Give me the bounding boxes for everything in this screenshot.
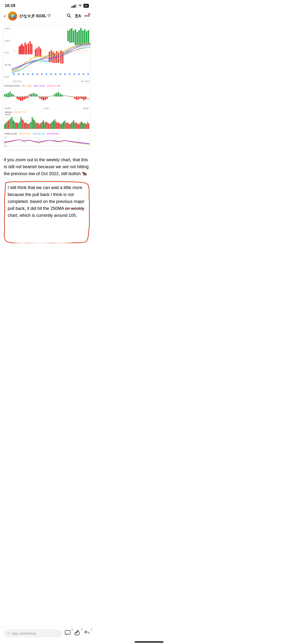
price-chart[interactable]: 191.6 132.0 72.5 36.750 12.9 — [3, 26, 90, 83]
svg-text:30: 30 — [5, 145, 7, 147]
search-icon[interactable] — [66, 13, 71, 19]
svg-point-18 — [83, 73, 84, 75]
svg-point-9 — [41, 73, 43, 75]
svg-point-17 — [78, 73, 80, 75]
battery-icon: 63 — [83, 4, 89, 8]
svg-point-16 — [74, 73, 75, 75]
svg-rect-155 — [88, 124, 89, 129]
svg-rect-154 — [87, 122, 88, 129]
svg-rect-131 — [58, 122, 59, 129]
svg-point-5 — [23, 73, 24, 75]
svg-point-12 — [55, 73, 56, 75]
svg-rect-105 — [26, 122, 26, 129]
svg-rect-82 — [76, 96, 77, 100]
svg-rect-126 — [52, 122, 53, 129]
svg-point-4 — [18, 73, 20, 75]
svg-rect-117 — [41, 123, 42, 129]
date-label-end: Jan 2024 — [81, 80, 89, 82]
content-area: if you zoom out to the weekly chart, tha… — [0, 152, 94, 225]
rsi3-label: RSI3:43.832 — [47, 132, 59, 135]
svg-rect-150 — [82, 122, 83, 129]
svg-rect-63 — [24, 96, 25, 100]
svg-text:70: 70 — [5, 136, 7, 138]
svg-rect-62 — [22, 96, 23, 100]
svg-point-8 — [37, 73, 38, 75]
svg-rect-55 — [8, 93, 9, 97]
svg-rect-95 — [13, 120, 14, 129]
volume-chart-svg — [4, 116, 89, 129]
wifi-icon — [78, 4, 82, 8]
macd-header: MACD(12,26,9) DIF:-7.651 DEA:-4.547 MACD… — [4, 84, 89, 87]
svg-rect-76 — [54, 94, 55, 96]
macd-title: MACD(12,26,9) — [5, 84, 20, 87]
dea-label: DEA:-4.547 — [34, 84, 45, 87]
back-button[interactable]: ‹ — [4, 13, 6, 19]
main-post-text: if you zoom out to the weekly chart, tha… — [4, 156, 90, 177]
svg-rect-27 — [80, 28, 82, 45]
price-labels: 191.6 132.0 72.5 36.750 12.9 — [5, 26, 11, 83]
svg-rect-135 — [63, 122, 64, 129]
svg-rect-77 — [56, 93, 57, 96]
svg-point-7 — [32, 73, 33, 75]
svg-rect-56 — [9, 92, 11, 97]
svg-rect-99 — [18, 124, 19, 129]
svg-rect-121 — [46, 122, 47, 129]
svg-rect-108 — [29, 123, 30, 129]
svg-rect-33 — [20, 45, 21, 54]
svg-rect-129 — [56, 122, 57, 129]
svg-point-14 — [64, 73, 66, 75]
rsi-title: RSI(6,12,24) — [5, 132, 17, 135]
svg-rect-22 — [71, 28, 72, 43]
price-label-1: 191.6 — [5, 27, 11, 30]
svg-rect-40 — [31, 44, 32, 54]
svg-rect-153 — [86, 124, 87, 129]
svg-rect-127 — [53, 120, 54, 129]
svg-rect-23 — [73, 31, 74, 43]
svg-rect-88 — [4, 124, 5, 129]
macd-label: MACD:-6.208 — [47, 84, 60, 87]
svg-point-3 — [14, 73, 15, 75]
more-icon[interactable]: ••• — [84, 14, 90, 19]
svg-rect-111 — [33, 119, 34, 129]
svg-rect-34 — [22, 44, 23, 54]
nav-actions: 文A ••• — [66, 13, 90, 19]
rsi-chart-svg: 70 50 30 — [4, 135, 89, 149]
svg-rect-54 — [6, 94, 7, 97]
svg-rect-65 — [27, 96, 28, 98]
svg-rect-142 — [72, 122, 73, 129]
volume-title: Volume — [5, 111, 12, 113]
svg-rect-64 — [26, 96, 27, 98]
svg-rect-134 — [62, 123, 63, 129]
svg-rect-130 — [57, 123, 58, 129]
vol-label: VOL:47.778 — [14, 111, 26, 113]
svg-rect-89 — [5, 123, 6, 129]
svg-rect-146 — [77, 124, 78, 129]
translate-icon[interactable]: 文A — [75, 14, 81, 19]
svg-rect-68 — [33, 93, 34, 96]
svg-rect-96 — [14, 122, 15, 129]
svg-rect-100 — [19, 122, 20, 129]
svg-rect-144 — [74, 123, 75, 129]
chart-container: 191.6 132.0 72.5 36.750 12.9 — [3, 25, 91, 150]
date-label-start: Jan 2021 — [13, 80, 22, 82]
svg-rect-141 — [71, 123, 72, 129]
macd-section: MACD(12,26,9) DIF:-7.651 DEA:-4.547 MACD… — [3, 83, 90, 109]
svg-rect-104 — [24, 123, 25, 129]
svg-rect-44 — [40, 49, 41, 56]
svg-point-10 — [46, 73, 47, 75]
macd-chart-svg — [4, 87, 89, 106]
svg-rect-71 — [39, 96, 41, 98]
price-label-2: 132.0 — [5, 40, 11, 42]
svg-rect-94 — [12, 117, 13, 129]
svg-rect-106 — [27, 124, 28, 129]
svg-rect-147 — [78, 124, 79, 129]
status-time: 10:19 — [5, 3, 15, 8]
svg-rect-43 — [38, 46, 40, 56]
svg-rect-143 — [73, 120, 74, 129]
status-bar: 10:19 63 — [0, 0, 94, 10]
svg-rect-21 — [69, 30, 71, 43]
svg-rect-67 — [31, 94, 32, 96]
strikethrough-text: on weekly — [65, 206, 84, 211]
svg-rect-140 — [69, 124, 70, 129]
rsi-header: RSI(6,12,24) RSI1:33.027 RSI2:38.181 RSI… — [4, 132, 89, 135]
